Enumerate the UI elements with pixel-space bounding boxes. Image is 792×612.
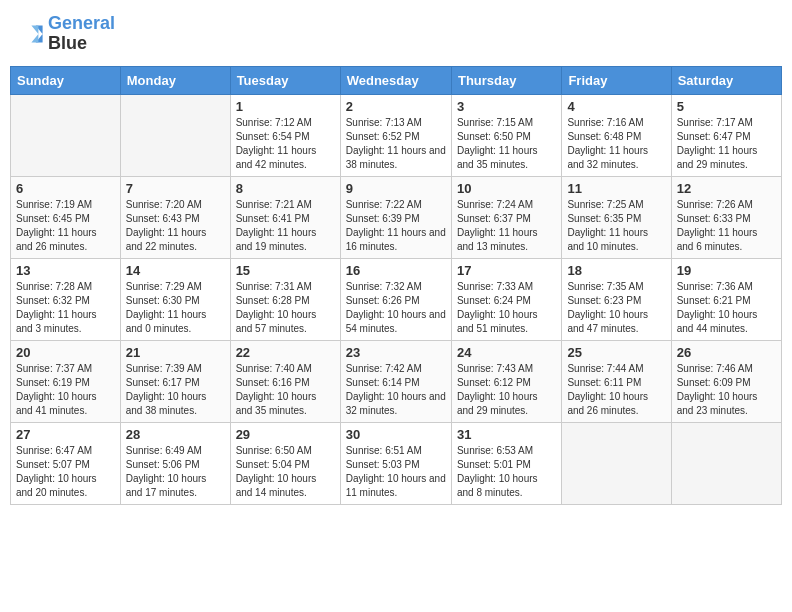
day-number: 19 <box>677 263 776 278</box>
logo-text: General Blue <box>48 14 115 54</box>
day-info: Sunrise: 7:15 AMSunset: 6:50 PMDaylight:… <box>457 116 556 172</box>
calendar-cell <box>671 422 781 504</box>
calendar-cell: 11Sunrise: 7:25 AMSunset: 6:35 PMDayligh… <box>562 176 671 258</box>
day-info: Sunrise: 7:36 AMSunset: 6:21 PMDaylight:… <box>677 280 776 336</box>
calendar-cell <box>11 94 121 176</box>
day-number: 23 <box>346 345 446 360</box>
day-info: Sunrise: 7:12 AMSunset: 6:54 PMDaylight:… <box>236 116 335 172</box>
calendar-cell: 22Sunrise: 7:40 AMSunset: 6:16 PMDayligh… <box>230 340 340 422</box>
day-number: 20 <box>16 345 115 360</box>
calendar-cell: 13Sunrise: 7:28 AMSunset: 6:32 PMDayligh… <box>11 258 121 340</box>
day-number: 28 <box>126 427 225 442</box>
day-info: Sunrise: 7:20 AMSunset: 6:43 PMDaylight:… <box>126 198 225 254</box>
day-number: 12 <box>677 181 776 196</box>
day-header-wednesday: Wednesday <box>340 66 451 94</box>
day-info: Sunrise: 7:42 AMSunset: 6:14 PMDaylight:… <box>346 362 446 418</box>
calendar-cell: 5Sunrise: 7:17 AMSunset: 6:47 PMDaylight… <box>671 94 781 176</box>
day-info: Sunrise: 7:40 AMSunset: 6:16 PMDaylight:… <box>236 362 335 418</box>
day-info: Sunrise: 6:53 AMSunset: 5:01 PMDaylight:… <box>457 444 556 500</box>
calendar-cell: 17Sunrise: 7:33 AMSunset: 6:24 PMDayligh… <box>451 258 561 340</box>
day-number: 31 <box>457 427 556 442</box>
day-number: 16 <box>346 263 446 278</box>
calendar-cell: 19Sunrise: 7:36 AMSunset: 6:21 PMDayligh… <box>671 258 781 340</box>
calendar-cell: 9Sunrise: 7:22 AMSunset: 6:39 PMDaylight… <box>340 176 451 258</box>
calendar-cell: 20Sunrise: 7:37 AMSunset: 6:19 PMDayligh… <box>11 340 121 422</box>
day-info: Sunrise: 7:39 AMSunset: 6:17 PMDaylight:… <box>126 362 225 418</box>
logo: General Blue <box>16 14 115 54</box>
day-info: Sunrise: 7:43 AMSunset: 6:12 PMDaylight:… <box>457 362 556 418</box>
day-info: Sunrise: 6:49 AMSunset: 5:06 PMDaylight:… <box>126 444 225 500</box>
day-number: 27 <box>16 427 115 442</box>
calendar-cell: 12Sunrise: 7:26 AMSunset: 6:33 PMDayligh… <box>671 176 781 258</box>
calendar-cell: 14Sunrise: 7:29 AMSunset: 6:30 PMDayligh… <box>120 258 230 340</box>
day-number: 4 <box>567 99 665 114</box>
day-header-sunday: Sunday <box>11 66 121 94</box>
calendar-week-4: 27Sunrise: 6:47 AMSunset: 5:07 PMDayligh… <box>11 422 782 504</box>
day-info: Sunrise: 7:25 AMSunset: 6:35 PMDaylight:… <box>567 198 665 254</box>
day-number: 1 <box>236 99 335 114</box>
calendar-cell: 23Sunrise: 7:42 AMSunset: 6:14 PMDayligh… <box>340 340 451 422</box>
day-number: 10 <box>457 181 556 196</box>
day-info: Sunrise: 7:28 AMSunset: 6:32 PMDaylight:… <box>16 280 115 336</box>
calendar-table: SundayMondayTuesdayWednesdayThursdayFrid… <box>10 66 782 505</box>
logo-icon <box>16 20 44 48</box>
calendar-cell: 7Sunrise: 7:20 AMSunset: 6:43 PMDaylight… <box>120 176 230 258</box>
calendar-week-3: 20Sunrise: 7:37 AMSunset: 6:19 PMDayligh… <box>11 340 782 422</box>
day-info: Sunrise: 7:44 AMSunset: 6:11 PMDaylight:… <box>567 362 665 418</box>
day-header-monday: Monday <box>120 66 230 94</box>
day-info: Sunrise: 7:31 AMSunset: 6:28 PMDaylight:… <box>236 280 335 336</box>
calendar-cell <box>120 94 230 176</box>
day-number: 3 <box>457 99 556 114</box>
calendar-cell: 27Sunrise: 6:47 AMSunset: 5:07 PMDayligh… <box>11 422 121 504</box>
calendar-cell: 21Sunrise: 7:39 AMSunset: 6:17 PMDayligh… <box>120 340 230 422</box>
page-header: General Blue <box>10 10 782 58</box>
day-info: Sunrise: 7:17 AMSunset: 6:47 PMDaylight:… <box>677 116 776 172</box>
calendar-week-0: 1Sunrise: 7:12 AMSunset: 6:54 PMDaylight… <box>11 94 782 176</box>
day-number: 6 <box>16 181 115 196</box>
day-info: Sunrise: 6:50 AMSunset: 5:04 PMDaylight:… <box>236 444 335 500</box>
calendar-cell: 25Sunrise: 7:44 AMSunset: 6:11 PMDayligh… <box>562 340 671 422</box>
day-info: Sunrise: 7:24 AMSunset: 6:37 PMDaylight:… <box>457 198 556 254</box>
day-info: Sunrise: 6:47 AMSunset: 5:07 PMDaylight:… <box>16 444 115 500</box>
day-number: 14 <box>126 263 225 278</box>
day-number: 5 <box>677 99 776 114</box>
day-number: 11 <box>567 181 665 196</box>
day-number: 25 <box>567 345 665 360</box>
day-header-thursday: Thursday <box>451 66 561 94</box>
calendar-week-2: 13Sunrise: 7:28 AMSunset: 6:32 PMDayligh… <box>11 258 782 340</box>
day-info: Sunrise: 7:32 AMSunset: 6:26 PMDaylight:… <box>346 280 446 336</box>
calendar-cell: 8Sunrise: 7:21 AMSunset: 6:41 PMDaylight… <box>230 176 340 258</box>
day-info: Sunrise: 7:37 AMSunset: 6:19 PMDaylight:… <box>16 362 115 418</box>
day-header-friday: Friday <box>562 66 671 94</box>
day-info: Sunrise: 7:29 AMSunset: 6:30 PMDaylight:… <box>126 280 225 336</box>
calendar-cell: 1Sunrise: 7:12 AMSunset: 6:54 PMDaylight… <box>230 94 340 176</box>
calendar-cell <box>562 422 671 504</box>
day-info: Sunrise: 7:35 AMSunset: 6:23 PMDaylight:… <box>567 280 665 336</box>
calendar-cell: 28Sunrise: 6:49 AMSunset: 5:06 PMDayligh… <box>120 422 230 504</box>
calendar-cell: 30Sunrise: 6:51 AMSunset: 5:03 PMDayligh… <box>340 422 451 504</box>
day-number: 21 <box>126 345 225 360</box>
day-header-saturday: Saturday <box>671 66 781 94</box>
day-info: Sunrise: 7:13 AMSunset: 6:52 PMDaylight:… <box>346 116 446 172</box>
calendar-cell: 24Sunrise: 7:43 AMSunset: 6:12 PMDayligh… <box>451 340 561 422</box>
day-number: 18 <box>567 263 665 278</box>
day-number: 26 <box>677 345 776 360</box>
day-info: Sunrise: 7:19 AMSunset: 6:45 PMDaylight:… <box>16 198 115 254</box>
day-number: 7 <box>126 181 225 196</box>
calendar-cell: 16Sunrise: 7:32 AMSunset: 6:26 PMDayligh… <box>340 258 451 340</box>
calendar-cell: 26Sunrise: 7:46 AMSunset: 6:09 PMDayligh… <box>671 340 781 422</box>
day-info: Sunrise: 7:26 AMSunset: 6:33 PMDaylight:… <box>677 198 776 254</box>
calendar-cell: 29Sunrise: 6:50 AMSunset: 5:04 PMDayligh… <box>230 422 340 504</box>
day-number: 9 <box>346 181 446 196</box>
calendar-cell: 4Sunrise: 7:16 AMSunset: 6:48 PMDaylight… <box>562 94 671 176</box>
day-number: 22 <box>236 345 335 360</box>
calendar-cell: 18Sunrise: 7:35 AMSunset: 6:23 PMDayligh… <box>562 258 671 340</box>
day-header-tuesday: Tuesday <box>230 66 340 94</box>
day-number: 30 <box>346 427 446 442</box>
day-number: 17 <box>457 263 556 278</box>
day-info: Sunrise: 7:21 AMSunset: 6:41 PMDaylight:… <box>236 198 335 254</box>
calendar-cell: 15Sunrise: 7:31 AMSunset: 6:28 PMDayligh… <box>230 258 340 340</box>
calendar-cell: 2Sunrise: 7:13 AMSunset: 6:52 PMDaylight… <box>340 94 451 176</box>
calendar-week-1: 6Sunrise: 7:19 AMSunset: 6:45 PMDaylight… <box>11 176 782 258</box>
calendar-cell: 3Sunrise: 7:15 AMSunset: 6:50 PMDaylight… <box>451 94 561 176</box>
